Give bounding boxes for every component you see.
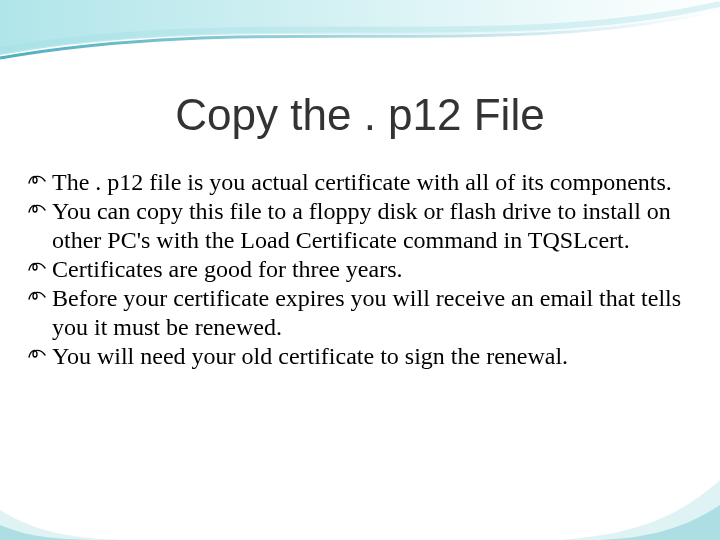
bullet-glyph-icon [28, 257, 46, 277]
list-item: The . p12 file is you actual certificate… [28, 168, 692, 196]
list-item: Before your certificate expires you will… [28, 284, 692, 341]
list-item-text: You can copy this file to a floppy disk … [52, 198, 671, 252]
list-item-text: The . p12 file is you actual certificate… [52, 169, 672, 195]
bullet-glyph-icon [28, 199, 46, 219]
list-item: You will need your old certificate to si… [28, 342, 692, 370]
bullet-glyph-icon [28, 286, 46, 306]
bullet-glyph-icon [28, 344, 46, 364]
list-item-text: You will need your old certificate to si… [52, 343, 568, 369]
decorative-corner-left [0, 480, 120, 540]
decorative-corner-right [560, 460, 720, 540]
list-item-text: Certificates are good for three years. [52, 256, 403, 282]
slide: Copy the . p12 File The . p12 file is yo… [0, 0, 720, 540]
slide-title: Copy the . p12 File [0, 90, 720, 140]
list-item-text: Before your certificate expires you will… [52, 285, 681, 339]
list-item: Certificates are good for three years. [28, 255, 692, 283]
slide-body: The . p12 file is you actual certificate… [28, 168, 692, 371]
list-item: You can copy this file to a floppy disk … [28, 197, 692, 254]
bullet-glyph-icon [28, 170, 46, 190]
